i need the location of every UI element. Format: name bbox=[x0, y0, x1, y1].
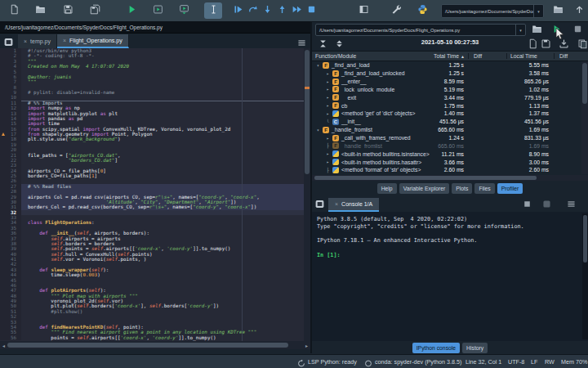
column-local-time[interactable]: Local Time bbox=[506, 53, 554, 59]
bottom-tab-history[interactable]: History bbox=[462, 343, 488, 353]
code-line[interactable]: 56 points = self.airports[['coord-x', 'c… bbox=[0, 335, 310, 340]
right-pane: /Users/juanitagomez/Documents/SpyderDocs… bbox=[312, 21, 588, 353]
column-diff[interactable]: Diff bbox=[468, 53, 506, 59]
profiler-row[interactable]: ▸F_find_and_load_unlocked1.25 s3.58 ms bbox=[312, 70, 581, 78]
scrollbar-thumb[interactable] bbox=[7, 343, 288, 348]
profiler-row[interactable]: ▸F_call_with_frames_removed1.24 s831.33 … bbox=[312, 134, 581, 142]
chevron-right-icon[interactable]: ▸ bbox=[324, 95, 332, 100]
profiler-row[interactable]: ▸<method 'get' of 'dict' objects>1.40 ms… bbox=[312, 110, 581, 118]
profiler-table-header[interactable]: Function/Module Total Time▲ Diff Local T… bbox=[312, 51, 588, 61]
save-all-icon bbox=[90, 3, 100, 18]
editor-tab[interactable]: ×temp.py bbox=[18, 34, 57, 48]
run-cell-advance-button[interactable] bbox=[175, 2, 193, 19]
save-profile-icon[interactable] bbox=[540, 38, 551, 49]
function-name: _call_with_frames_removed bbox=[341, 135, 411, 141]
profiler-row[interactable]: ▸F__exit__3.44 ms779.19 µs bbox=[312, 93, 581, 101]
console-output-line bbox=[317, 231, 588, 238]
profiler-row[interactable]: ▾F_handle_fromlist665.60 ms1.69 ms bbox=[312, 126, 581, 134]
profiler-row[interactable]: └C__init__451.56 µs451.56 µs bbox=[312, 118, 581, 126]
profiler-stop-icon[interactable] bbox=[572, 24, 583, 34]
profiler-row[interactable]: ▸Fcb1.75 ms1.13 ms bbox=[312, 101, 581, 110]
profiler-vertical-scrollbar[interactable] bbox=[581, 61, 588, 174]
chevron-right-icon[interactable]: ▸ bbox=[324, 111, 332, 116]
console-options-icon[interactable] bbox=[565, 199, 577, 209]
profile-data-icon[interactable] bbox=[527, 38, 538, 49]
profiler-row[interactable]: ▸<built-in method builtins.isinstance>11… bbox=[312, 150, 581, 158]
editor-horizontal-scrollbar[interactable]: ◂ ▸ bbox=[0, 341, 310, 349]
scrollbar-thumb[interactable] bbox=[305, 50, 310, 174]
editor-options-icon[interactable] bbox=[296, 37, 308, 48]
profiler-file-combo[interactable]: /Users/juanitagomez/Documents/SpyderDocs… bbox=[315, 24, 526, 36]
chevron-down-icon[interactable]: ▾ bbox=[314, 128, 322, 132]
run-cell-button[interactable] bbox=[149, 2, 167, 19]
bottom-tab-ipython-console[interactable]: IPython console bbox=[412, 343, 460, 353]
interrupt-kernel-icon[interactable] bbox=[521, 199, 532, 209]
profiler-row[interactable]: ▾F_find_and_load1.25 s5.55 ms bbox=[312, 61, 581, 70]
code-editor[interactable]: 1#!/usr/bin/env python32# -*- coding: ut… bbox=[0, 48, 310, 341]
chevron-right-icon[interactable]: ▸ bbox=[324, 103, 332, 108]
column-diff-2[interactable]: Diff bbox=[554, 53, 588, 59]
profiler-row[interactable]: ▸<built-in method builtins.hasattr>3.66 … bbox=[312, 158, 581, 166]
editor-vertical-scrollbar[interactable] bbox=[304, 48, 310, 341]
tree-connector[interactable]: └ bbox=[324, 119, 332, 124]
tree-connector[interactable]: ├ bbox=[324, 143, 332, 148]
close-tab-icon[interactable]: × bbox=[335, 201, 338, 207]
chevron-right-icon[interactable]: ▸ bbox=[324, 87, 332, 92]
copy-profile-icon[interactable] bbox=[577, 38, 588, 49]
browse-tabs-icon[interactable] bbox=[314, 198, 326, 209]
column-function-module[interactable]: Function/Module bbox=[312, 53, 434, 59]
close-tab-icon[interactable]: × bbox=[63, 38, 66, 43]
scrollbar-thumb[interactable] bbox=[582, 63, 587, 104]
new-file-button[interactable] bbox=[5, 2, 23, 19]
profiler-row[interactable]: ├F_handle_fromlist665.60 ms1.69 ms bbox=[312, 141, 581, 150]
chevron-right-icon[interactable]: ▸ bbox=[324, 79, 332, 84]
maximize-pane-button[interactable] bbox=[354, 2, 372, 19]
chevron-down-icon[interactable]: ▾ bbox=[515, 25, 525, 35]
chevron-down-icon[interactable]: ▾ bbox=[314, 63, 322, 68]
chevron-right-icon[interactable]: ▸ bbox=[324, 159, 332, 164]
scroll-left-icon[interactable]: ◂ bbox=[0, 343, 7, 348]
save-all-button[interactable] bbox=[86, 2, 104, 19]
right-pane-tabs: HelpVariable ExplorerPlotsFilesProfiler bbox=[312, 183, 588, 194]
folder-icon bbox=[553, 3, 564, 18]
open-file-button[interactable] bbox=[31, 2, 49, 19]
chevron-right-icon[interactable]: ▸ bbox=[324, 71, 332, 76]
scroll-right-icon[interactable]: ▸ bbox=[303, 343, 310, 348]
ipython-console-output[interactable]: Python 3.8.5 (default, Sep 4 2020, 02:22… bbox=[312, 212, 588, 341]
profiler-row[interactable]: ▸F__enter__8.59 ms865.26 µs bbox=[312, 78, 581, 86]
pane-tab-profiler[interactable]: Profiler bbox=[497, 183, 523, 194]
pythonpath-button[interactable] bbox=[413, 2, 431, 19]
console-vertical-scrollbar[interactable] bbox=[582, 213, 588, 339]
function-name: __exit__ bbox=[341, 95, 363, 101]
scrollbar-thumb[interactable] bbox=[583, 215, 587, 263]
working-directory-combo[interactable]: /Users/juanitagomez/Documents/SpyderDocs… bbox=[441, 4, 544, 18]
chevron-right-icon[interactable]: ▸ bbox=[324, 151, 332, 156]
browse-directory-button[interactable] bbox=[549, 2, 567, 19]
preferences-button[interactable] bbox=[387, 2, 405, 19]
run-file-button[interactable] bbox=[122, 2, 140, 19]
profiler-row[interactable]: ├<method 'format' of 'str' objects>2.60 … bbox=[312, 166, 581, 174]
chevron-right-icon[interactable]: ▸ bbox=[324, 136, 332, 141]
pane-tab-plots[interactable]: Plots bbox=[452, 183, 472, 194]
run-selection-button[interactable] bbox=[204, 2, 222, 19]
chevron-down-icon[interactable]: ▾ bbox=[533, 5, 543, 17]
pane-tab-help[interactable]: Help bbox=[377, 183, 397, 194]
console-tab[interactable]: × Console 1/A bbox=[328, 198, 379, 212]
profiler-open-icon[interactable] bbox=[531, 24, 542, 34]
pane-tab-files[interactable]: Files bbox=[474, 183, 494, 194]
console-environment-icon[interactable] bbox=[541, 199, 552, 209]
profiler-horizontal-scrollbar[interactable] bbox=[312, 175, 588, 181]
editor-tab[interactable]: ×Flight_Operations.py bbox=[57, 34, 129, 48]
profiler-row[interactable]: ▸F_lock_unlock_module5.19 ms1.02 ms bbox=[312, 86, 581, 94]
tree-connector[interactable]: ├ bbox=[324, 168, 332, 173]
browse-tabs-icon[interactable] bbox=[3, 36, 15, 47]
pane-tab-variable-explorer[interactable]: Variable Explorer bbox=[399, 183, 450, 194]
line-length-guide bbox=[242, 48, 243, 341]
close-tab-icon[interactable]: × bbox=[24, 38, 27, 44]
column-total-time[interactable]: Total Time▲ bbox=[434, 53, 468, 59]
parent-directory-button[interactable] bbox=[570, 2, 588, 19]
scrollbar-thumb[interactable] bbox=[314, 176, 537, 180]
save-button[interactable] bbox=[59, 2, 77, 19]
debug-stop-button[interactable] bbox=[302, 2, 320, 19]
editor-tab-label: temp.py bbox=[30, 38, 51, 44]
